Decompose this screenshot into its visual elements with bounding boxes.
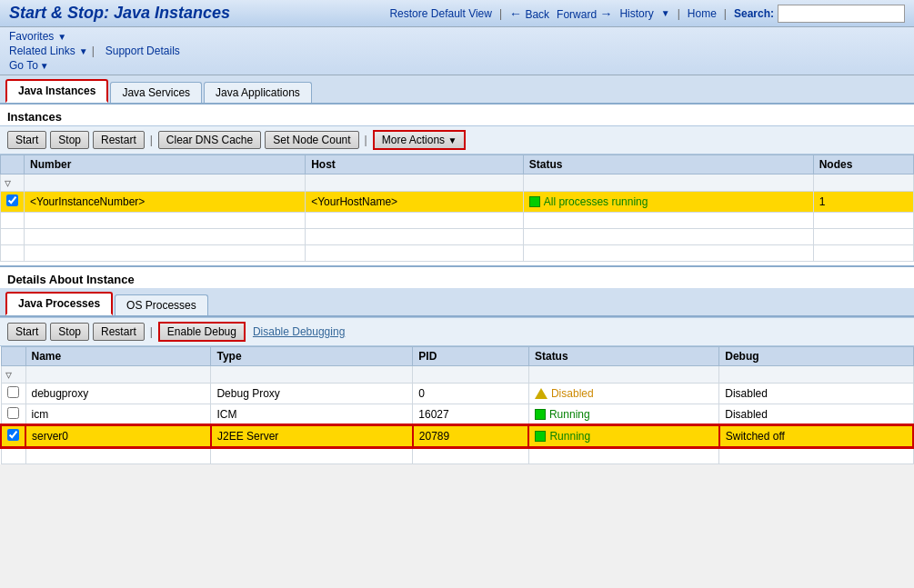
search-input[interactable] (778, 5, 905, 23)
col-checkbox (1, 347, 25, 366)
instances-table-row (1, 245, 914, 262)
process-name: icm (25, 404, 211, 426)
instances-set-node-button[interactable]: Set Node Count (265, 131, 358, 149)
col-checkbox (1, 155, 25, 174)
instances-filter-row: ▿ (1, 174, 914, 192)
process-type: ICM (211, 404, 413, 426)
tab-java-processes[interactable]: Java Processes (5, 292, 113, 315)
process-name: debugproxy (25, 384, 211, 404)
col-pid: PID (413, 347, 529, 366)
history-button[interactable]: History (619, 7, 653, 20)
details-toolbar: Start Stop Restart | Enable Debug Disabl… (0, 317, 914, 346)
process-pid: 0 (413, 384, 529, 404)
support-details-link[interactable]: Support Details (105, 45, 180, 57)
process-debug: Disabled (719, 404, 913, 426)
process-pid: 20789 (413, 425, 529, 447)
forward-button[interactable]: Forward → (557, 6, 612, 21)
more-actions-dropdown-icon: ▼ (447, 135, 457, 145)
details-table: Name Type PID Status Debug ▿ (0, 346, 914, 464)
tab-java-services[interactable]: Java Services (110, 82, 202, 103)
col-debug: Debug (719, 347, 913, 366)
instance-nodes: 1 (813, 192, 913, 213)
goto-dropdown-icon: ▼ (40, 61, 49, 71)
process-debug: Disabled (719, 384, 913, 404)
process-pid: 16027 (413, 404, 529, 426)
details-start-button[interactable]: Start (7, 323, 46, 341)
instances-section-title: Instances (0, 105, 914, 125)
tab-os-processes[interactable]: OS Processes (115, 294, 208, 315)
process-status: Running (535, 430, 712, 443)
filter-icon: ▿ (5, 367, 12, 382)
instances-toolbar: Start Stop Restart | Clear DNS Cache Set… (0, 125, 914, 154)
details-section: Details About Instance Java Processes OS… (0, 265, 914, 464)
row-checkbox[interactable] (7, 386, 19, 398)
favorites-link[interactable]: Favorites ▼ (9, 30, 66, 43)
restore-default-view-link[interactable]: Restore Default View (389, 7, 492, 20)
main-tabs: Java Instances Java Services Java Applic… (0, 75, 914, 105)
instances-table-row (1, 213, 914, 229)
home-link[interactable]: Home (688, 7, 717, 20)
tab-java-instances[interactable]: Java Instances (5, 79, 108, 103)
back-button[interactable]: ← Back (509, 6, 549, 21)
second-bar-left: Favorites ▼ Related Links ▼ | Support De… (9, 30, 180, 72)
instances-start-button[interactable]: Start (7, 131, 46, 149)
filter-icon: ▿ (5, 175, 11, 190)
status-warning-icon (535, 388, 547, 399)
search-label: Search: (734, 7, 774, 20)
related-links-dropdown-icon: ▼ (79, 46, 88, 56)
top-bar: Start & Stop: Java Instances Restore Def… (0, 0, 914, 27)
details-restart-button[interactable]: Restart (93, 323, 145, 341)
row-checkbox[interactable] (6, 194, 18, 206)
search-area: Search: (734, 5, 905, 23)
goto-link[interactable]: Go To ▼ (9, 59, 180, 72)
col-number: Number (25, 155, 306, 174)
instances-table: Number Host Status Nodes ▿ <YourInstance… (0, 154, 914, 262)
content-area: Instances Start Stop Restart | Clear DNS… (0, 105, 914, 464)
process-status: Disabled (535, 387, 713, 400)
history-dropdown-icon[interactable]: ▼ (661, 8, 670, 18)
instances-table-row (1, 229, 914, 245)
details-section-title: Details About Instance (0, 267, 914, 288)
second-bar: Favorites ▼ Related Links ▼ | Support De… (0, 27, 914, 75)
process-status: Running (535, 408, 713, 421)
row-checkbox[interactable] (7, 429, 19, 441)
tab-java-applications[interactable]: Java Applications (204, 82, 312, 103)
page-title: Start & Stop: Java Instances (9, 4, 230, 23)
enable-debug-button[interactable]: Enable Debug (158, 322, 246, 342)
instances-table-row[interactable]: <YourInstanceNumber> <YourHostName> All … (1, 192, 914, 213)
details-filter-row: ▿ (1, 366, 913, 384)
col-status: Status (523, 155, 813, 174)
status-green-icon (535, 409, 546, 420)
col-nodes: Nodes (813, 155, 913, 174)
process-name: server0 (25, 425, 211, 447)
instances-table-header: Number Host Status Nodes (1, 155, 914, 174)
status-green-icon (535, 431, 546, 442)
instances-restart-button[interactable]: Restart (93, 131, 145, 149)
details-table-row[interactable]: debugproxy Debug Proxy 0 Disabled Disabl… (1, 384, 913, 404)
instance-host: <YourHostName> (306, 192, 524, 213)
disable-debugging-button[interactable]: Disable Debugging (249, 324, 348, 340)
col-host: Host (306, 155, 524, 174)
details-sub-tabs: Java Processes OS Processes (0, 288, 914, 317)
process-type: Debug Proxy (211, 384, 413, 404)
process-debug: Switched off (719, 425, 913, 447)
row-checkbox[interactable] (7, 407, 19, 419)
related-links[interactable]: Related Links ▼ (9, 45, 88, 57)
details-stop-button[interactable]: Stop (50, 323, 89, 341)
details-table-header: Name Type PID Status Debug (1, 347, 913, 366)
instance-number: <YourInstanceNumber> (25, 192, 306, 213)
details-table-row (1, 447, 913, 463)
details-table-row[interactable]: icm ICM 16027 Running Disabled (1, 404, 913, 426)
instances-clear-dns-button[interactable]: Clear DNS Cache (158, 131, 261, 149)
favorites-dropdown-icon: ▼ (57, 32, 66, 42)
col-name: Name (25, 347, 211, 366)
details-table-row-selected[interactable]: server0 J2EE Server 20789 Running Switch… (1, 425, 913, 447)
top-navigation: Restore Default View | ← Back Forward → … (389, 5, 905, 23)
instances-stop-button[interactable]: Stop (50, 131, 89, 149)
col-type: Type (211, 347, 413, 366)
status-green-icon (529, 196, 540, 207)
col-status: Status (528, 347, 718, 366)
process-type: J2EE Server (211, 425, 413, 447)
instance-status: All processes running (529, 195, 808, 208)
instances-more-actions-button[interactable]: More Actions ▼ (373, 130, 467, 150)
